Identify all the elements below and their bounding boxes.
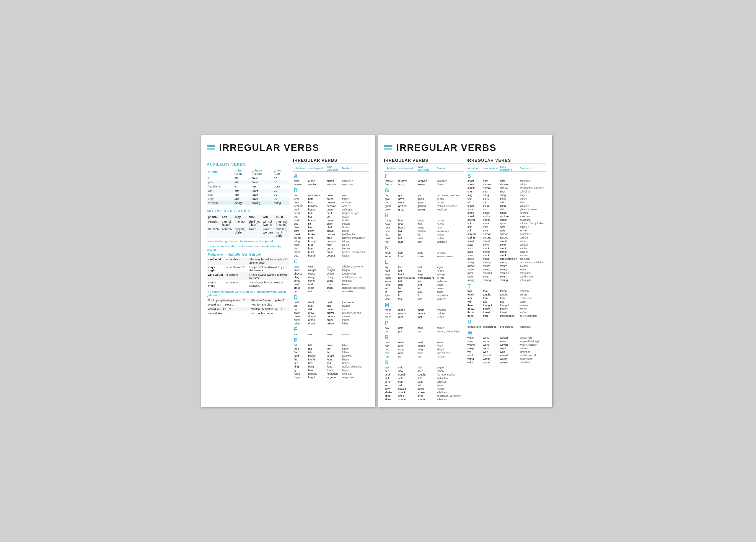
irr-verb-cell: hit <box>384 233 397 237</box>
irr-verb-cell: sprechen <box>519 215 546 218</box>
irr-verb-cell: set <box>417 383 436 387</box>
irr-verb-cell: gave <box>397 197 417 201</box>
irr-verb-cell: swam <box>482 275 499 278</box>
irr-verb-cell: lose <box>384 297 397 301</box>
irr-verb-cell: ran <box>397 355 417 358</box>
irr-verb-cell: sagen <box>436 366 464 369</box>
irr-verb-cell: stung <box>499 250 519 254</box>
irr-verb-cell: awake <box>293 183 307 186</box>
irr-verb-row: lielaylainliegen <box>384 290 464 294</box>
irr-verb-cell: fallen <box>341 343 369 347</box>
irr-verb-cell: führen <box>436 269 464 272</box>
irr-verb-cell: stank <box>482 254 499 257</box>
irr-verb-cell: taught <box>499 293 519 296</box>
aux-row: theyarehavedo <box>207 197 289 201</box>
irr-verb-row: bleedbledbledbluten <box>293 226 369 229</box>
title-bar-right-bottom <box>384 148 392 150</box>
irr-verb-cell: read <box>397 341 417 344</box>
irr-verb-cell: tell <box>467 300 482 303</box>
irr-verb-cell: let <box>384 286 397 290</box>
irr-verb-cell: fallen <box>326 343 341 347</box>
irr-verb-cell: trod/trodden <box>499 314 519 318</box>
irr-verb-row: eatateeatenessen <box>293 333 369 336</box>
irr-verb-row: shrinkshrankshrunkschrumpfen, einlaufen <box>467 186 546 190</box>
irr-verb-cell: schwellen <box>519 271 546 275</box>
irr-verb-cell: rose <box>397 351 417 355</box>
irr-verb-cell: brought <box>326 240 341 243</box>
irr-verb-cell: lassen <box>436 286 464 290</box>
irr-verb-cell: went <box>397 201 417 204</box>
irr-verb-row: saysaidsaidsagen <box>384 366 464 369</box>
irr-verb-cell: anzünden <box>436 294 464 297</box>
aux-cell: having <box>250 201 273 205</box>
irr-verb-cell: stood <box>499 240 519 243</box>
irr-verb-cell: springen <box>436 272 464 276</box>
irr-verb-cell: fliegen <box>341 368 369 372</box>
irr-verb-cell: dreamt <box>326 315 341 318</box>
aux-row: he, she, itishasdoes <box>207 185 289 189</box>
irr-verb-cell: treffen <box>436 233 464 237</box>
irr-verb-cell: züchten, hervorrufen <box>341 236 369 240</box>
irr-verb-cell: lain <box>417 290 436 294</box>
irr-verb-cell: written <box>499 361 519 364</box>
irr-verb-cell: sat <box>482 201 499 204</box>
irr-verb-cell: fell <box>307 343 326 347</box>
irr-verb-cell: sought <box>397 373 417 376</box>
irr-verb-cell: bent <box>307 211 326 215</box>
irr-verb-row: breedbredbredzüchten, hervorrufen <box>293 236 369 240</box>
irr-verb-cell: fly <box>293 368 307 372</box>
modal-replace-body: can/couldto be able toShe may be old, bu… <box>207 257 289 288</box>
irr-verb-cell: stink <box>467 254 482 257</box>
irr-verb-cell: froze <box>397 183 417 186</box>
irr-verb-cell: forgot <box>307 375 326 379</box>
irr-verb-cell: lesen <box>436 341 464 344</box>
irr-verb-cell: bent <box>326 211 341 215</box>
irr-verb-cell: machen <box>436 308 464 312</box>
irr-verb-cell: sein <box>341 194 369 197</box>
irr-p2-left-col-pp: pastparticiple <box>417 165 436 172</box>
irr-verb-cell: built <box>326 243 341 247</box>
aux-row: Partizipbeinghavingdoing <box>207 201 289 205</box>
irr-verb-cell: thought <box>482 303 499 307</box>
modal-koennen: können <box>221 227 234 238</box>
irr-verb-cell: shrank <box>482 186 499 190</box>
irr-verb-row: meetmetmettreffen <box>384 315 464 319</box>
irr-verb-cell: set <box>397 383 417 387</box>
irr-verb-cell: forgiven <box>417 179 436 183</box>
irr-verb-cell: forbid <box>293 372 307 375</box>
modal-can: can <box>221 215 234 219</box>
irr-verb-cell: (aus)wählen <box>341 272 369 275</box>
irr-verb-cell: weep <box>467 346 482 350</box>
irr-verb-cell: rang <box>397 348 417 351</box>
irr-verb-cell: fought <box>307 354 326 358</box>
irr-verb-row: dodiddonetun <box>293 307 369 311</box>
irr-verb-row: sendsentsentschicken <box>384 380 464 383</box>
irr-verb-cell: began <box>307 208 326 211</box>
irr-verb-cell: kept <box>397 251 417 255</box>
irr-verb-cell: biegen, beugen <box>341 211 369 215</box>
irr-verb-row: shutshutshutschließen <box>467 190 546 193</box>
irr-verb-cell: struck/stricken <box>499 257 519 261</box>
irr-verb-cell: lay <box>384 266 397 269</box>
irr-verb-cell: wove <box>482 343 499 346</box>
irr-verb-cell: bet <box>326 215 341 219</box>
irr-verb-cell: caught <box>326 269 341 272</box>
irr-letter-row: W <box>467 328 546 336</box>
irr-verb-row: bewas, werebeensein <box>293 194 369 197</box>
aux-cell: are <box>233 197 250 201</box>
irr-verb-cell: leapt <box>417 272 436 276</box>
irr-verb-cell: werfen, schleudern <box>341 365 369 368</box>
irr-verb-cell: gone <box>417 201 436 204</box>
irr-verb-cell: sink <box>467 197 482 201</box>
polite-cell: Could you please give me ...? <box>207 298 250 302</box>
irr-verb-row: makemademademachen <box>384 308 464 312</box>
irr-verb-row: betbetbetwetten <box>293 215 369 219</box>
irr-verb-cell: bringen <box>341 240 369 243</box>
irr-verb-cell: bound <box>326 219 341 222</box>
irr-verb-row: hurthurthurtverletzen <box>384 240 464 244</box>
auxiliary-verbs-table: Infinitiv to be(sein) to have(haben) to … <box>207 168 289 205</box>
irr-verb-cell: bound <box>307 219 326 222</box>
irr-verb-cell: trod <box>482 314 499 318</box>
irr-verb-cell: tragen <box>341 197 369 201</box>
irr-verb-cell: schicken <box>436 380 464 383</box>
